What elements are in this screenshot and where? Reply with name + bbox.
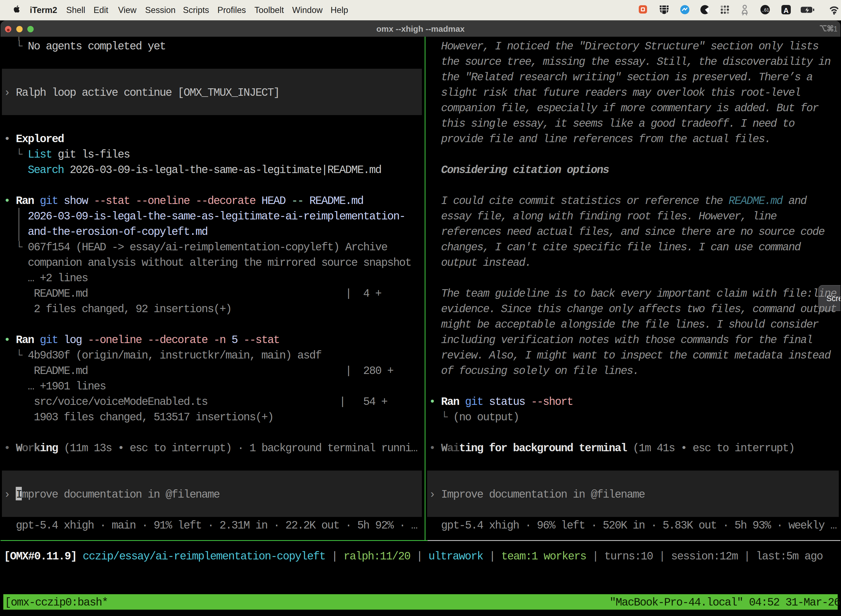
svg-text:..61: ..61 [762,8,769,12]
svg-text:1: 1 [834,25,837,32]
svg-text:A: A [784,6,789,15]
